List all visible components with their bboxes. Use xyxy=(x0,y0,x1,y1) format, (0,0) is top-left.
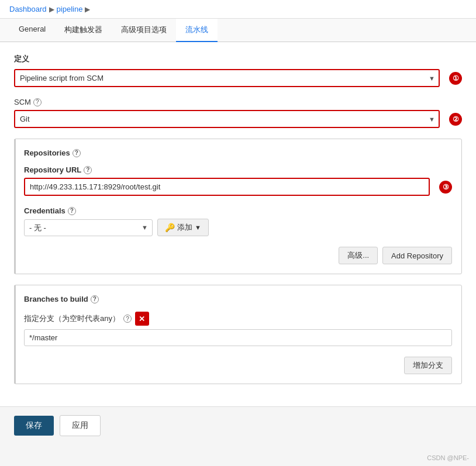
credentials-select[interactable]: - 无 - xyxy=(24,219,153,236)
branch-label: 指定分支（为空时代表any） xyxy=(24,313,120,324)
branches-title-row: Branches to build ? xyxy=(24,295,452,303)
repositories-help-icon[interactable]: ? xyxy=(73,149,81,157)
watermark: CSDN @NPE- xyxy=(427,454,469,461)
tab-advanced[interactable]: 高级项目选项 xyxy=(112,19,176,42)
repo-actions-right: 高级... Add Repository xyxy=(24,247,452,264)
definition-select[interactable]: Pipeline script from SCM xyxy=(14,69,440,87)
add-repository-button[interactable]: Add Repository xyxy=(382,247,452,264)
credentials-label-row: Credentials ? xyxy=(24,206,452,215)
credentials-label: Credentials xyxy=(24,206,65,215)
branches-help-icon[interactable]: ? xyxy=(91,295,99,303)
delete-branch-button[interactable]: ✕ xyxy=(135,312,149,326)
add-credentials-button[interactable]: 🔑 添加 ▼ xyxy=(157,219,209,236)
branch-label-row: 指定分支（为空时代表any） ? ✕ xyxy=(24,312,452,326)
badge-1: ① xyxy=(449,72,462,85)
tab-bar: General 构建触发器 高级项目选项 流水线 xyxy=(0,19,476,42)
repo-url-input[interactable] xyxy=(24,178,430,196)
repositories-section: Repositories ? Repository URL ? ③ Creden… xyxy=(14,139,462,274)
credentials-row: - 无 - ▼ 🔑 添加 ▼ xyxy=(24,219,452,236)
branch-input[interactable] xyxy=(24,329,452,346)
definition-select-wrapper: Pipeline script from SCM ▼ xyxy=(14,69,440,87)
badge-2: ② xyxy=(449,113,462,126)
scm-label-row: SCM ? xyxy=(14,98,462,106)
branch-label-help-icon[interactable]: ? xyxy=(123,315,132,323)
repo-url-help-icon[interactable]: ? xyxy=(84,166,92,174)
repo-url-label: Repository URL xyxy=(24,165,81,174)
add-cred-caret-icon: ▼ xyxy=(195,224,201,231)
tab-pipeline[interactable]: 流水线 xyxy=(176,19,218,42)
definition-group: 定义 Pipeline script from SCM ▼ ① xyxy=(14,54,462,87)
breadcrumb-dashboard[interactable]: Dashboard xyxy=(9,5,47,13)
badge-3: ③ xyxy=(439,181,452,194)
scm-select[interactable]: Git xyxy=(14,110,440,128)
credentials-group: Credentials ? - 无 - ▼ 🔑 添加 ▼ xyxy=(24,206,452,236)
repositories-title: Repositories xyxy=(24,149,70,157)
add-branch-button[interactable]: 增加分支 xyxy=(404,357,452,374)
apply-button[interactable]: 应用 xyxy=(60,415,101,436)
definition-label: 定义 xyxy=(14,54,462,64)
scm-select-row: Git ▼ ② xyxy=(14,110,462,128)
branches-section: Branches to build ? 指定分支（为空时代表any） ? ✕ 增… xyxy=(14,285,462,384)
definition-select-row: Pipeline script from SCM ▼ ① xyxy=(14,69,462,87)
repo-url-label-row: Repository URL ? xyxy=(24,165,452,174)
key-icon: 🔑 xyxy=(165,223,175,232)
scm-select-wrapper: Git ▼ xyxy=(14,110,440,128)
save-button[interactable]: 保存 xyxy=(14,416,54,436)
advanced-button[interactable]: 高级... xyxy=(339,247,378,264)
credentials-help-icon[interactable]: ? xyxy=(68,207,76,215)
breadcrumb-sep-2: ▶ xyxy=(85,5,90,13)
breadcrumb-pipeline[interactable]: pipeline xyxy=(57,5,83,13)
branches-title: Branches to build xyxy=(24,295,88,303)
branch-actions-right: 增加分支 xyxy=(24,357,452,374)
tab-general[interactable]: General xyxy=(9,19,55,42)
breadcrumb-sep-1: ▶ xyxy=(49,5,54,13)
breadcrumb: Dashboard ▶ pipeline ▶ xyxy=(0,0,476,19)
main-content: General 构建触发器 高级项目选项 流水线 定义 Pipeline scr… xyxy=(0,19,476,444)
tab-triggers[interactable]: 构建触发器 xyxy=(55,19,112,42)
add-cred-label: 添加 xyxy=(177,222,192,233)
credentials-select-wrapper: - 无 - ▼ xyxy=(24,219,153,236)
action-bar: 保存 应用 xyxy=(0,406,476,444)
form-content: 定义 Pipeline script from SCM ▼ ① SCM ? xyxy=(0,42,476,406)
scm-label: SCM xyxy=(14,98,31,106)
repositories-title-row: Repositories ? xyxy=(24,149,452,157)
repo-url-group: Repository URL ? ③ xyxy=(24,165,452,196)
repo-url-input-row: ③ xyxy=(24,178,452,196)
scm-help-icon[interactable]: ? xyxy=(33,98,42,106)
scm-group: SCM ? Git ▼ ② xyxy=(14,98,462,128)
branch-input-group xyxy=(24,329,452,346)
